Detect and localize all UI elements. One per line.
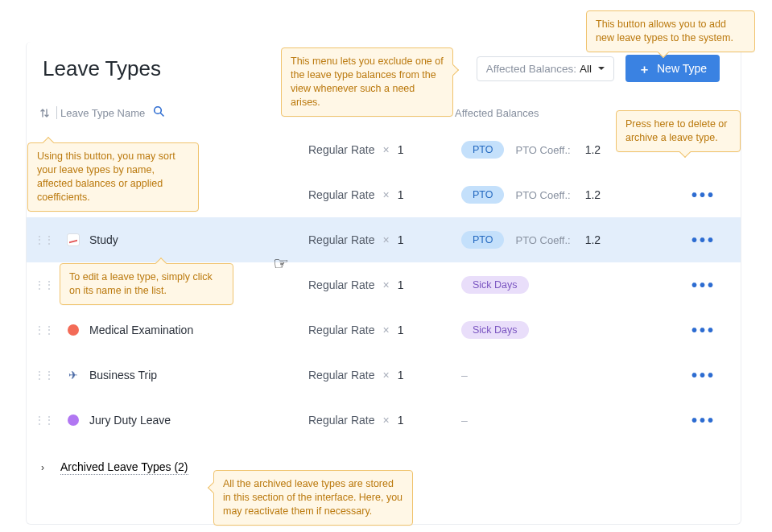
leave-type-icon [57,414,89,426]
rate-label: Regular Rate [308,233,375,246]
rate-value: 1 [398,188,404,201]
leave-type-name[interactable]: Business Trip [89,369,308,381]
affected-balances: – [461,369,681,381]
rate-value: 1 [398,233,404,246]
default-rate: Regular Rate×1 [308,188,461,201]
drag-handle[interactable]: ⋮⋮ [35,369,49,381]
drag-handle[interactable]: ⋮⋮ [35,279,49,291]
rate-times: × [383,324,390,336]
chevron-right-icon[interactable]: › [41,462,51,473]
dot-icon [68,414,79,426]
rate-label: Regular Rate [308,324,375,336]
coeff-value: 1.2 [585,143,601,156]
hand-cursor-icon: ☜ [273,254,289,274]
table-row: ⋮⋮✈Business TripRegular Rate×1–••• [27,353,741,398]
chevron-down-icon [598,67,605,70]
pto-pill: PTO [461,141,504,159]
filter-value: All [580,63,592,75]
archived-toggle[interactable]: Archived Leave Types (2) [60,460,188,475]
plus-icon: ＋ [638,63,650,75]
rate-label: Regular Rate [308,188,375,201]
affected-balances: Sick Days [461,321,681,339]
rate-value: 1 [398,414,404,427]
callout-row-actions: Press here to delete or archive a leave … [616,110,741,152]
rate-label: Regular Rate [308,143,375,156]
table-row: ⋮⋮Medical ExaminationRegular Rate×1Sick … [27,307,741,353]
default-rate: Regular Rate×1 [308,278,461,291]
row-actions-button[interactable]: ••• [691,412,716,428]
rate-label: Regular Rate [308,369,375,381]
pto-pill: PTO [461,231,504,249]
coeff-label: PTO Coeff.: [515,144,570,156]
plane-icon: ✈ [68,369,78,381]
default-rate: Regular Rate×1 [308,369,461,381]
leave-type-icon [57,324,89,336]
affected-balances-filter[interactable]: Affected Balances: All [477,56,614,81]
filter-label: Affected Balances: [486,63,576,75]
leave-type-icon [57,233,89,246]
table-row: ⋮⋮StudyRegular Rate×1PTOPTO Coeff.:1.2••… [27,217,741,262]
rate-value: 1 [398,278,404,291]
rate-times: × [383,369,390,381]
sort-button[interactable] [35,108,54,118]
rate-label: Regular Rate [308,278,375,291]
callout-sort: Using this button, you may sort your lea… [27,142,199,212]
affected-balances: PTOPTO Coeff.:1.2 [461,231,681,249]
rate-times: × [383,414,390,427]
dot-icon [68,324,79,336]
callout-filter: This menu lets you exclude one of the le… [281,47,453,117]
page-title: Leave Types [43,56,161,81]
rate-times: × [383,278,390,291]
pto-pill: PTO [461,186,504,204]
leave-type-name[interactable]: Study [89,233,308,246]
row-actions-button[interactable]: ••• [691,232,716,248]
svg-line-1 [161,113,164,117]
row-actions-button[interactable]: ••• [691,367,716,383]
coeff-value: 1.2 [585,233,601,246]
callout-edit-name: To edit a leave type, simply click on it… [60,263,233,305]
rate-times: × [383,188,390,201]
new-type-button[interactable]: ＋ New Type [625,55,720,82]
row-actions-button[interactable]: ••• [691,187,716,203]
default-rate: Regular Rate×1 [308,233,461,246]
col-name-header: Leave Type Name [60,107,145,119]
default-rate: Regular Rate×1 [308,414,461,427]
affected-balances: PTOPTO Coeff.:1.2 [461,186,681,204]
callout-new-type: This button allows you to add new leave … [586,10,755,52]
affected-balances: Sick Days [461,276,681,294]
drag-handle[interactable]: ⋮⋮ [35,414,49,426]
sort-icon [39,108,50,118]
sick-days-pill: Sick Days [461,321,529,339]
row-actions-button[interactable]: ••• [691,322,716,338]
new-type-label: New Type [657,62,707,75]
drag-handle[interactable]: ⋮⋮ [35,324,49,336]
no-balance: – [461,414,468,427]
rate-times: × [383,143,390,156]
no-balance: – [461,369,468,381]
search-icon[interactable] [153,105,165,120]
affected-balances: – [461,414,681,427]
coeff-label: PTO Coeff.: [515,234,570,246]
leave-type-icon: ✈ [57,369,89,381]
rate-label: Regular Rate [308,414,375,427]
leave-type-name[interactable]: Jury Duty Leave [89,414,308,427]
drag-handle[interactable]: ⋮⋮ [35,234,49,245]
coeff-label: PTO Coeff.: [515,189,570,201]
rate-times: × [383,233,390,246]
table-row: ⋮⋮Jury Duty LeaveRegular Rate×1–••• [27,398,741,443]
divider [56,106,57,119]
callout-archived: All the archived leave types are stored … [213,470,413,526]
default-rate: Regular Rate×1 [308,324,461,336]
rate-value: 1 [398,369,404,381]
default-rate: Regular Rate×1 [308,143,461,156]
chart-icon [67,233,80,246]
rate-value: 1 [398,143,404,156]
sick-days-pill: Sick Days [461,276,529,294]
header-actions: Affected Balances: All ＋ New Type [477,55,720,82]
rate-value: 1 [398,324,404,336]
leave-type-name[interactable]: Medical Examination [89,324,308,336]
row-actions-button[interactable]: ••• [691,277,716,293]
coeff-value: 1.2 [585,188,601,201]
